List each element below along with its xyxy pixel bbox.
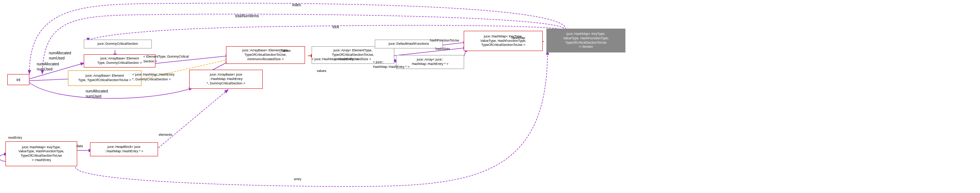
node-dummyCriticalSection-label: juce::DummyCriticalSection bbox=[97, 42, 138, 46]
node-int: int bbox=[7, 74, 29, 85]
arrows-svg bbox=[0, 0, 980, 193]
label-numAllocated1: numAllocatednumUsed bbox=[49, 51, 71, 61]
label-entry: entry bbox=[294, 177, 301, 181]
node-hashMapMain: juce::HashMap< KeyType, ValueType, HashF… bbox=[464, 31, 543, 51]
label-hashFunctionToUse: hashFunctionToUse bbox=[430, 38, 459, 42]
node-hashMapEntry: juce::HashMap< KeyType, ValueType, HashF… bbox=[5, 141, 77, 166]
label-numAllocated2: numAllocatednumUsed bbox=[37, 62, 59, 72]
node-hashMapEntry-label: juce::HashMap< KeyType, ValueType, HashF… bbox=[18, 145, 64, 163]
node-hashMapIterator-label: juce::HashMap< KeyType, ValueType, HashF… bbox=[563, 32, 608, 49]
node-arrayBaseElementCritical: juce::ArrayBase< Element Type, TypeOfCri… bbox=[68, 70, 142, 86]
node-heapBlock: juce::HeapBlock< juce ::HashMap::HashEnt… bbox=[90, 142, 158, 156]
node-heapBlock-label: juce::HeapBlock< juce ::HashMap::HashEnt… bbox=[105, 145, 143, 153]
label-hashEntryDummy: < juce::HashMap::HashEntry*, DummyCritic… bbox=[132, 72, 175, 81]
node-defaultHashFunctions-label: juce::DefaultHashFunctions bbox=[388, 42, 429, 46]
diagram-container: int juce::DummyCriticalSection juce::Arr… bbox=[0, 0, 980, 193]
node-arrayHashEntry-label: juce::Array< juce:: HashMap::HashEntry *… bbox=[412, 58, 448, 66]
node-arrayBaseHashEntry-label: juce::ArrayBase< juce ::HashMap::HashEnt… bbox=[207, 73, 245, 85]
label-values-arrow: _values bbox=[279, 49, 291, 52]
label-hashEntryPtr2: < juce::HashMap::HashEntry * > bbox=[373, 60, 409, 69]
node-int-label: int bbox=[16, 78, 21, 82]
label-data: data bbox=[76, 144, 83, 148]
label-totalNumItems: totalNumItems bbox=[235, 14, 259, 18]
node-arrayBaseElementType: juce::ArrayBase< ElementType, TypeOfCrit… bbox=[226, 46, 305, 64]
node-arrayBaseElement-label: juce::ArrayBase< Element Type, DummyCrit… bbox=[97, 57, 142, 65]
label-hashSlots: hashSlots bbox=[436, 47, 450, 51]
label-hashMap: hashMap bbox=[512, 36, 525, 40]
node-arrayBaseElementCritical-label: juce::ArrayBase< Element Type, TypeOfCri… bbox=[78, 74, 131, 82]
node-arrayBaseHashEntry: juce::ArrayBase< juce ::HashMap::HashEnt… bbox=[189, 70, 263, 89]
label-numAllocated3: numAllocatednumUsed bbox=[86, 89, 108, 99]
label-index: index bbox=[292, 3, 301, 7]
node-hashMapIterator: juce::HashMap< KeyType, ValueType, HashF… bbox=[546, 28, 625, 52]
node-dummyCriticalSection: juce::DummyCriticalSection bbox=[84, 40, 152, 48]
label-nextEntry: nextEntry bbox=[8, 136, 22, 139]
label-elements: elements bbox=[159, 133, 172, 136]
label-values: values bbox=[317, 69, 326, 73]
label-elementDummyCritical: < ElementType, DummyCriticalSection > bbox=[143, 54, 189, 63]
label-lock: lock bbox=[332, 25, 339, 29]
label-hashEntryPtr1: < juce::HashMap::HashEntry * > bbox=[312, 57, 359, 61]
